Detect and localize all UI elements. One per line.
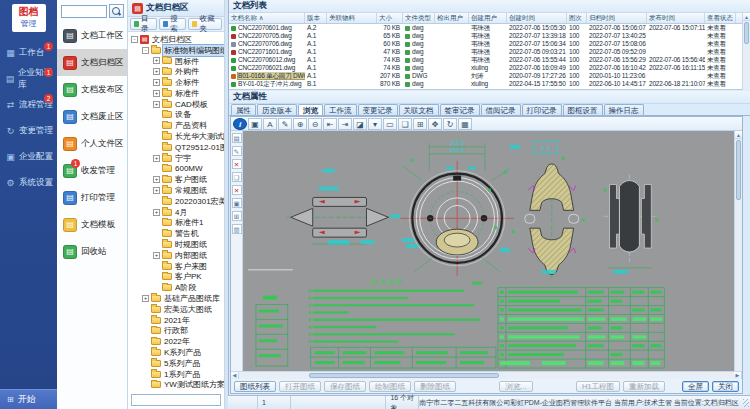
pan-left-icon[interactable]: ⇤ bbox=[323, 118, 337, 130]
fullscreen-button[interactable]: 全屏 bbox=[682, 381, 709, 392]
scroll-left-icon[interactable]: ◀ bbox=[231, 372, 239, 379]
layers-icon[interactable]: ❏ bbox=[398, 118, 412, 130]
sidebar-item-企业配置[interactable]: ▣企业配置 bbox=[0, 144, 57, 170]
tree-toolbar-搜索[interactable]: 搜索 bbox=[159, 18, 186, 30]
tree-node-设备[interactable]: 设备 bbox=[128, 110, 224, 121]
table-icon[interactable]: ⊞ bbox=[232, 211, 242, 221]
nav-item-打印管理[interactable]: ▤打印管理 bbox=[57, 184, 127, 211]
nav-item-收发管理[interactable]: ▤收发管理1 bbox=[57, 157, 127, 184]
nav-item-文档模板[interactable]: ▤文档模板 bbox=[57, 211, 127, 238]
tab-属性[interactable]: 属性 bbox=[231, 104, 256, 115]
cad-canvas[interactable]: 260.0 250.0 bbox=[243, 131, 734, 371]
select-icon[interactable]: ▣ bbox=[248, 118, 262, 130]
sidebar-item-企业知识库[interactable]: ▤企业知识库1 bbox=[0, 66, 57, 92]
tab-变更记录[interactable]: 变更记录 bbox=[358, 104, 398, 115]
column-header-大小[interactable]: 大小 bbox=[377, 13, 403, 23]
column-header-文档名称[interactable]: 文档名称 ∧ bbox=[229, 13, 305, 23]
column-header-创建时间[interactable]: 创建时间 bbox=[507, 13, 567, 23]
document-row[interactable]: CNC220706021.dwgA.174 KBdwgxiuling2022-0… bbox=[229, 64, 743, 72]
start-button[interactable]: ⊞ 开始 bbox=[0, 389, 57, 409]
nav-search-button[interactable] bbox=[109, 4, 124, 18]
tree-node-客户图纸[interactable]: +客户图纸 bbox=[128, 174, 224, 185]
scroll-right-icon[interactable]: ▶ bbox=[734, 372, 742, 379]
tree-node-2022年[interactable]: 2022年 bbox=[128, 336, 224, 347]
tree-node-内部图纸[interactable]: +内部图纸 bbox=[128, 250, 224, 261]
tree-expander-icon[interactable]: - bbox=[131, 36, 138, 43]
document-row[interactable]: CNC22071601.dwgA.147 KBdwg韦珠强2022-07-05 … bbox=[229, 48, 743, 56]
tree-expander-icon[interactable]: + bbox=[153, 187, 160, 194]
tree-expander-icon[interactable]: + bbox=[153, 252, 160, 259]
tab-签审记录[interactable]: 签审记录 bbox=[440, 104, 480, 115]
rotate-icon[interactable]: ↻ bbox=[443, 118, 457, 130]
tab-借阅记录[interactable]: 借阅记录 bbox=[481, 104, 521, 115]
tree-node-A阶段[interactable]: A阶段 bbox=[128, 282, 224, 293]
sidebar-item-变更管理[interactable]: ↻变更管理 bbox=[0, 118, 57, 144]
tree-node-QT29512-01图纸[interactable]: QT29512-01图纸 bbox=[128, 142, 224, 153]
tree-node-客户PK[interactable]: 客户PK bbox=[128, 272, 224, 283]
viewer-horizontal-scrollbar[interactable]: ◀ ▶ bbox=[231, 371, 742, 379]
tree-node-国标件[interactable]: +国标件 bbox=[128, 56, 224, 67]
dropdown-icon[interactable]: ▾ bbox=[368, 118, 382, 130]
pages-icon[interactable]: ❏ bbox=[232, 172, 242, 182]
grid-icon[interactable]: ⊞ bbox=[413, 118, 427, 130]
tab-工作流[interactable]: 工作流 bbox=[324, 104, 357, 115]
nav-item-文档发布区[interactable]: ▤文档发布区 bbox=[57, 76, 127, 103]
document-row[interactable]: CNC22070705.dwgA.165 KBdwg韦珠强2022-07-07 … bbox=[229, 32, 743, 40]
tree-node-标准物料编码图纸[interactable]: -标准物料编码图纸 bbox=[128, 45, 224, 56]
shade-icon[interactable]: ◪ bbox=[353, 118, 367, 130]
tree-node-标准件[interactable]: +标准件 bbox=[128, 88, 224, 99]
scroll-up-icon[interactable]: ▲ bbox=[743, 13, 750, 21]
tab-图框设置[interactable]: 图框设置 bbox=[563, 104, 603, 115]
tree-expander-icon[interactable]: + bbox=[153, 68, 160, 75]
tab-关联文档[interactable]: 关联文档 bbox=[399, 104, 439, 115]
column-header-查看状态[interactable]: 查看状态 bbox=[705, 13, 736, 23]
tree-node-产品资料[interactable]: 产品资料 bbox=[128, 120, 224, 131]
tree-node-时规图纸[interactable]: 时规图纸 bbox=[128, 239, 224, 250]
tree-node-600MW[interactable]: 600MW bbox=[128, 164, 224, 175]
tree-node-K系列产品[interactable]: K系列产品 bbox=[128, 347, 224, 358]
scroll-thumb[interactable] bbox=[309, 373, 499, 378]
delete-red-icon[interactable]: ✕ bbox=[232, 159, 242, 169]
sidebar-item-工作台[interactable]: ▦工作台1 bbox=[0, 40, 57, 66]
tree-expander-icon[interactable]: + bbox=[153, 176, 160, 183]
tree-node-基础产品图纸库[interactable]: +基础产品图纸库 bbox=[128, 293, 224, 304]
column-header-图次[interactable]: 图次 bbox=[567, 13, 587, 23]
tab-历史版本[interactable]: 历史版本 bbox=[257, 104, 297, 115]
column-header-发布时间[interactable]: 发布时间 bbox=[647, 13, 705, 23]
tree-toolbar-目录[interactable]: 目录 bbox=[130, 18, 157, 30]
document-row[interactable]: CNC22070601.dwgA.270 KBdwg韦珠强2022-07-06 … bbox=[229, 24, 743, 32]
document-row[interactable]: CNC220706012.dwgA.174 KBdwg韦珠强2022-07-06… bbox=[229, 56, 743, 64]
tab-浏览[interactable]: 浏览 bbox=[298, 104, 323, 115]
move-icon[interactable]: ✥ bbox=[428, 118, 442, 130]
tree-expander-icon[interactable]: + bbox=[142, 295, 149, 302]
tree-node-文档归档区[interactable]: -▤文档归档区 bbox=[128, 34, 224, 45]
tree-node-行政部[interactable]: 行政部 bbox=[128, 326, 224, 337]
zoom-out-icon[interactable]: ⊖ bbox=[308, 118, 322, 130]
tree-node-4月[interactable]: +4月 bbox=[128, 207, 224, 218]
tree-node-常规图纸[interactable]: +常规图纸 bbox=[128, 185, 224, 196]
viewer-vertical-scrollbar[interactable]: ▲ bbox=[734, 131, 742, 371]
tree-expander-icon[interactable]: + bbox=[153, 79, 160, 86]
tree-expander-icon[interactable]: - bbox=[142, 47, 149, 54]
scroll-thumb[interactable] bbox=[736, 140, 741, 200]
document-row[interactable]: BY-01-01定子冲片.dwgB.1870 KBdwgxiuling2022-… bbox=[229, 80, 743, 88]
screen-icon[interactable]: ▭ bbox=[383, 118, 397, 130]
tree-node-20220301宏美好图纸[interactable]: 20220301宏美好图纸 bbox=[128, 196, 224, 207]
tree-node-外购件[interactable]: +外购件 bbox=[128, 66, 224, 77]
column-header-创建用户[interactable]: 创建用户 bbox=[469, 13, 507, 23]
nav-item-文档废止区[interactable]: ▤文档废止区 bbox=[57, 103, 127, 130]
tree-node-宏美远大图纸[interactable]: 宏美远大图纸 bbox=[128, 304, 224, 315]
tree-node-客户来图[interactable]: 客户来图 bbox=[128, 261, 224, 272]
tree-node-警告机[interactable]: 警告机 bbox=[128, 228, 224, 239]
edit-sheet-icon[interactable]: ✎ bbox=[232, 146, 242, 156]
tree-node-YW测试图纸方案[interactable]: YW测试图纸方案 bbox=[128, 380, 224, 391]
tree-filter-input[interactable] bbox=[131, 394, 221, 406]
tree-node-CAD模板[interactable]: +CAD模板 bbox=[128, 99, 224, 110]
stamp-icon[interactable]: ▣ bbox=[232, 198, 242, 208]
document-row[interactable]: CNC22070706.dwgA.160 KBdwg韦珠强2022-07-07 … bbox=[229, 40, 743, 48]
column-header-文件类型[interactable]: 文件类型 bbox=[403, 13, 435, 23]
sidebar-item-系统设置[interactable]: ⚙系统设置 bbox=[0, 170, 57, 196]
nav-item-个人文件区[interactable]: ▤个人文件区 bbox=[57, 130, 127, 157]
tree-node-长光华大测试图纸[interactable]: 长光华大测试图纸 bbox=[128, 131, 224, 142]
column-header-版本[interactable]: 版本 bbox=[305, 13, 327, 23]
